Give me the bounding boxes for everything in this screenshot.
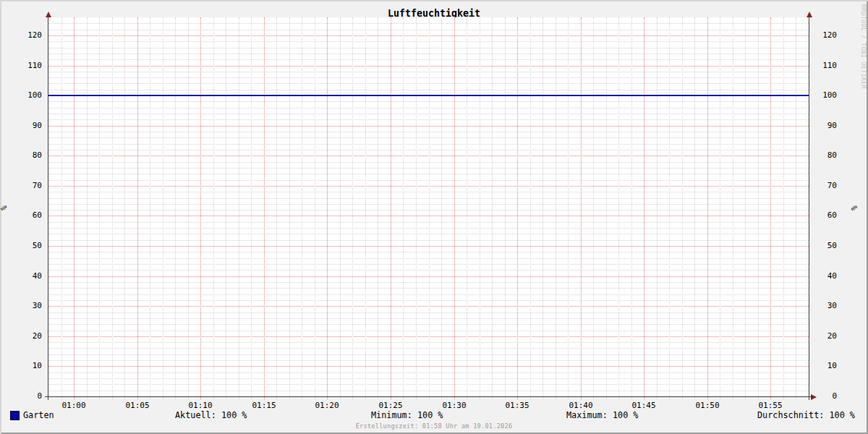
gridline-minor-h (48, 114, 809, 114)
gridline-minor-v (682, 17, 683, 399)
gridline-minor-v (302, 17, 302, 399)
gridline-minor-v (441, 17, 442, 399)
gridline-minor-v (378, 17, 378, 399)
gridline-minor-h (48, 77, 809, 78)
gridline-minor-v (694, 17, 695, 399)
gridline-minor-h (48, 59, 809, 60)
gridline-minor-v (657, 17, 658, 399)
y-tick-label-right: 80 (815, 151, 837, 160)
y-tick-label-left: 50 (20, 242, 42, 250)
gridline-minor-v (340, 17, 341, 399)
y-tick-label-right: 90 (815, 122, 837, 130)
gridline-major-h (48, 186, 809, 187)
gridline-minor-v (226, 17, 226, 399)
gridline-minor-h (48, 324, 809, 325)
creation-timestamp: Erstellungszeit: 01:58 Uhr am 19.01.2026 (0, 422, 868, 430)
gridline-major-h (48, 126, 809, 127)
gridline-minor-h (48, 101, 809, 102)
gridline-minor-v (87, 17, 88, 399)
gridline-minor-h (48, 378, 809, 379)
gridline-major-v (707, 17, 708, 399)
y-axis-right-arrow-icon (807, 12, 812, 17)
y-axis-left-arrow-icon (46, 12, 51, 17)
gridline-minor-v (251, 17, 252, 399)
gridline-minor-h (48, 174, 809, 174)
stat-durchschnitt: Durchschnitt: 100 % (757, 410, 855, 420)
gridline-minor-v (745, 17, 746, 399)
gridline-minor-v (112, 17, 113, 399)
gridline-minor-v (593, 17, 594, 399)
gridline-minor-h (48, 54, 809, 54)
gridline-minor-h (48, 240, 809, 241)
gridline-major-h (48, 336, 809, 337)
legend-row: Garten Aktuell: 100 % Minimum: 100 % Max… (0, 409, 868, 421)
gridline-minor-h (48, 222, 809, 223)
series-line-garten (48, 95, 809, 96)
gridline-major-h (48, 156, 809, 156)
gridline-minor-v (289, 17, 290, 399)
gridline-minor-v (480, 17, 480, 399)
gridline-minor-h (48, 90, 809, 90)
gridline-minor-h (48, 83, 809, 84)
y-tick-label-left: 80 (20, 151, 42, 160)
gridline-minor-h (48, 162, 809, 163)
gridline-minor-h (48, 288, 809, 289)
gridline-minor-h (48, 48, 809, 48)
gridline-minor-v (556, 17, 556, 399)
gridline-minor-h (48, 331, 809, 331)
gridline-minor-v (669, 17, 670, 399)
gridline-major-h (48, 366, 809, 367)
gridline-minor-v (542, 17, 543, 399)
gridline-minor-h (48, 137, 809, 138)
y-tick-label-right: 0 (815, 392, 837, 401)
gridline-minor-v (631, 17, 632, 399)
gridline-minor-h (48, 144, 809, 145)
gridline-major-v (517, 17, 518, 399)
gridline-minor-h (48, 318, 809, 319)
y-tick-label-right: 40 (815, 272, 837, 281)
gridline-major-v (770, 17, 771, 399)
gridline-minor-h (48, 108, 809, 109)
gridline-major-h (48, 35, 809, 36)
gridline-minor-h (48, 192, 809, 192)
gridline-minor-h (48, 30, 809, 30)
gridline-minor-h (48, 312, 809, 313)
gridline-minor-h (48, 360, 809, 361)
gridline-minor-v (618, 17, 619, 399)
gridline-minor-h (48, 198, 809, 199)
gridline-minor-v (505, 17, 506, 399)
gridline-minor-h (48, 373, 809, 373)
gridline-minor-h (48, 180, 809, 181)
gridline-minor-h (48, 264, 809, 265)
gridline-minor-v (352, 17, 353, 399)
x-axis-line (45, 396, 812, 397)
gridline-minor-v (365, 17, 366, 399)
y-tick-label-right: 110 (815, 61, 837, 70)
gridline-minor-v (733, 17, 733, 399)
gridline-major-v (137, 17, 138, 399)
gridline-minor-v (61, 17, 62, 399)
series-label: Garten (23, 410, 54, 420)
stat-minimum: Minimum: 100 % (371, 410, 443, 420)
gridline-minor-v (783, 17, 784, 399)
y-tick-label-left: 30 (20, 302, 42, 310)
y-tick-label-right: 10 (815, 362, 837, 370)
y-axis-unit-right: % (849, 205, 859, 210)
gridline-major-v (264, 17, 265, 399)
gridline-minor-v (720, 17, 720, 399)
y-tick-label-right: 70 (815, 182, 837, 190)
gridline-minor-v (239, 17, 239, 399)
gridline-minor-h (48, 204, 809, 205)
gridline-major-h (48, 246, 809, 247)
y-axis-right-line (809, 14, 809, 400)
gridline-minor-v (150, 17, 150, 399)
gridline-minor-v (276, 17, 277, 399)
gridline-minor-h (48, 228, 809, 229)
y-tick-label-left: 90 (20, 122, 42, 130)
gridline-minor-h (48, 72, 809, 72)
gridline-minor-h (48, 270, 809, 271)
gridline-minor-h (48, 119, 809, 120)
gridline-minor-h (48, 294, 809, 295)
y-tick-label-left: 100 (20, 91, 42, 100)
rrdtool-graph: Luftfeuchtigkeit RRDTOOL / TOBI OETIKER … (0, 0, 868, 434)
